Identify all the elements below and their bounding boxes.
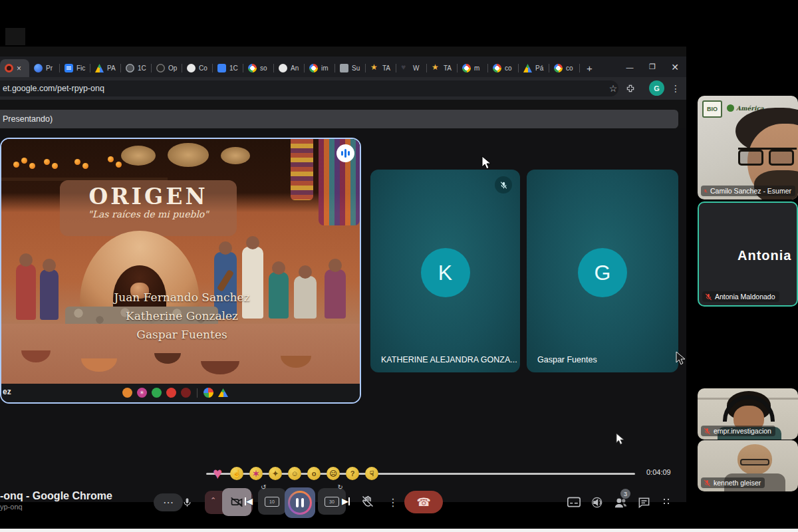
microphone-button[interactable] <box>174 493 200 511</box>
participants-button[interactable]: 3 <box>613 495 628 509</box>
chevron-up-icon[interactable]: ⌃ <box>210 496 216 505</box>
captions-icon <box>567 497 581 507</box>
reaction-surprised-icon[interactable]: o <box>307 467 321 480</box>
browser-tab[interactable]: co <box>549 59 580 77</box>
presentation-tile[interactable]: ORIGEN "Las raíces de mi pueblo" <box>0 138 361 404</box>
google-favicon-icon <box>248 64 257 72</box>
tile-name-label: empr.investigacion <box>701 426 775 436</box>
skip-next-icon[interactable]: ▶ <box>342 496 350 506</box>
hand-raise-off-button[interactable] <box>354 488 382 515</box>
captions-button[interactable] <box>567 495 581 509</box>
browser-tab[interactable]: m <box>458 59 488 77</box>
speaker-button[interactable] <box>590 495 604 509</box>
flower-app-icon[interactable]: ✳ <box>137 388 147 398</box>
more-vertical-button[interactable]: ⋮ <box>383 493 403 511</box>
mic-muted-icon <box>704 479 711 487</box>
reaction-party-icon[interactable]: ✶ <box>249 467 263 480</box>
star-favicon-icon <box>432 64 440 72</box>
close-button[interactable]: ✕ <box>664 57 686 77</box>
tab-label: TA <box>444 65 452 72</box>
more-horizontal-icon: ⋯ <box>163 496 174 509</box>
green-app-icon[interactable] <box>152 388 162 398</box>
reaction-heart-icon[interactable]: ♥ <box>211 467 224 480</box>
participant-tile-gaspar[interactable]: G Gaspar Fuentes <box>527 170 678 372</box>
video-tile-antonia[interactable]: Antonia M Antonia Maldonado <box>698 201 798 307</box>
darkred-app-icon[interactable] <box>181 388 191 398</box>
browser-tab[interactable]: Op <box>152 59 182 77</box>
mic-muted-icon <box>704 428 711 435</box>
tab-label: Fic <box>76 65 85 72</box>
browser-tab[interactable]: An <box>274 59 305 77</box>
white-circle-favicon-icon <box>187 64 196 72</box>
reaction-sad-icon[interactable]: ☹ <box>327 467 340 480</box>
reaction-clap-icon[interactable]: ✦ <box>269 467 282 480</box>
participant-tile-katherine[interactable]: K KATHERINE ALEJANDRA GONZA... <box>370 170 520 372</box>
hanging-textile <box>291 139 313 200</box>
browser-tab[interactable]: W <box>396 59 427 77</box>
slide-title-box: ORIGEN "Las raíces de mi pueblo" <box>60 180 237 236</box>
recording-dot-icon <box>5 64 13 72</box>
maximize-button[interactable]: ❐ <box>641 57 664 77</box>
drive-favicon-icon <box>95 64 104 72</box>
address-bar[interactable]: et.google.com/pet-rpyp-onq <box>0 80 618 96</box>
browser-tab[interactable]: Fic <box>60 59 90 77</box>
browser-tab[interactable]: TA <box>366 59 396 77</box>
browser-tab[interactable]: Pr <box>29 59 60 77</box>
browser-tab[interactable]: 1C <box>213 59 243 77</box>
browser-tab[interactable]: Co <box>182 59 213 77</box>
skip-previous-icon[interactable]: ◀ <box>245 496 253 506</box>
browser-tab[interactable]: Su <box>335 59 366 77</box>
google-favicon-icon <box>462 64 471 72</box>
end-call-button[interactable]: ☎ <box>404 491 443 513</box>
browser-tab[interactable]: 1C <box>121 59 152 77</box>
tab-label: co <box>505 65 512 72</box>
drive-favicon-icon <box>523 64 532 72</box>
video-tile-camilo[interactable]: BIO América Camilo Sanchez - Esumer <box>698 96 798 200</box>
tab-close-icon[interactable]: × <box>17 64 21 73</box>
new-tab-button[interactable]: + <box>580 59 599 77</box>
taskbar-window-title: -onq - Google Chrome <box>0 490 112 502</box>
pause-button[interactable] <box>285 487 315 518</box>
extensions-icon[interactable] <box>624 82 637 95</box>
browser-tab[interactable]: im <box>305 59 335 77</box>
reaction-thumbs-down-icon[interactable]: ☟ <box>365 467 378 480</box>
red-app-icon[interactable] <box>166 388 176 398</box>
google-favicon-icon <box>309 64 318 72</box>
reaction-laughing-icon[interactable]: ☺ <box>288 467 301 480</box>
photos-app-icon[interactable] <box>203 388 213 398</box>
bookmark-star-icon[interactable]: ☆ <box>606 82 620 95</box>
browser-tab[interactable]: TA <box>427 59 458 77</box>
browser-tab[interactable]: Pá <box>519 59 549 77</box>
shield-app-icon[interactable] <box>122 388 132 398</box>
desktop-dark-square <box>5 28 25 45</box>
blue-square-favicon-icon <box>217 64 226 72</box>
browser-tab[interactable]: co <box>488 59 519 77</box>
browser-menu-icon[interactable]: ⋮ <box>669 82 682 95</box>
browser-toolbar: et.google.com/pet-rpyp-onq ☆ G ⋮ <box>0 77 686 100</box>
minimize-button[interactable]: — <box>618 57 641 77</box>
tab-label: Pr <box>46 65 53 72</box>
drive-app-icon[interactable] <box>218 388 228 397</box>
profile-avatar[interactable]: G <box>649 80 664 96</box>
google-favicon-icon <box>493 64 501 72</box>
shared-slide: ORIGEN "Las raíces de mi pueblo" <box>1 139 360 384</box>
active-tab-meet[interactable]: × <box>0 59 29 77</box>
presenter-name-snippet: ez <box>3 387 11 396</box>
video-tile-empr[interactable]: empr.investigacion <box>698 388 798 440</box>
hanging-basket <box>221 147 250 164</box>
window-top-strip <box>0 47 686 57</box>
video-tile-kenneth[interactable]: kenneth gleiser <box>698 440 798 491</box>
browser-tab[interactable]: so <box>243 59 274 77</box>
speaker-icon <box>591 496 604 509</box>
tab-label: Op <box>168 65 177 72</box>
browser-tab[interactable]: PA <box>90 59 121 77</box>
reaction-thumbs-up-icon[interactable]: ☝ <box>230 467 243 480</box>
reaction-thinking-icon[interactable]: ? <box>346 467 359 480</box>
activities-button[interactable] <box>660 495 674 509</box>
chrome-window: × PrFicPA1COpCo1CsoAnimSuTAWTAmcoPáco + … <box>0 57 686 502</box>
shared-screen-taskbar: ez ✳ <box>1 384 360 402</box>
background-tabs: PrFicPA1COpCo1CsoAnimSuTAWTAmcoPáco <box>29 59 580 77</box>
chat-button[interactable] <box>636 495 651 509</box>
forward-arrow-icon: ↻ <box>338 483 343 491</box>
replay-10-button[interactable]: ↺ 10 <box>258 488 286 515</box>
